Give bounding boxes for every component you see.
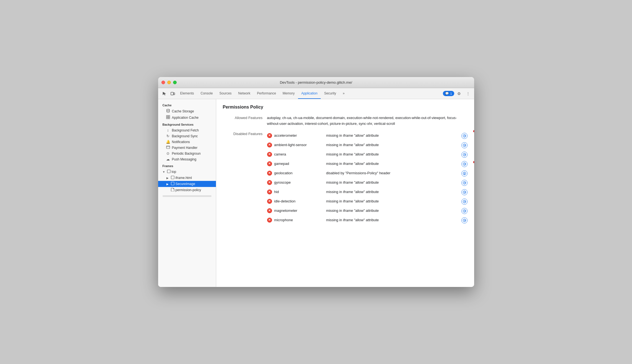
sidebar-item-background-sync[interactable]: ↻ Background Sync <box>158 133 216 139</box>
select-element-button[interactable] <box>160 89 169 98</box>
frame-page-icon <box>167 170 171 174</box>
frame-iframe-html-item[interactable]: ▶ iframe.html <box>158 175 216 181</box>
main-content: Permissions Policy Allowed Features auto… <box>216 99 474 287</box>
sidebar-item-cache-storage[interactable]: Cache Storage <box>158 108 216 114</box>
feature-reason-gyroscope: missing in iframe "allow" attribute <box>326 180 459 186</box>
disabled-features-label: Disabled Features <box>223 131 267 225</box>
svg-rect-9 <box>167 170 170 173</box>
titlebar: DevTools - permission-policy-demo.glitch… <box>158 77 474 88</box>
settings-button[interactable]: ⚙ <box>455 90 463 97</box>
feature-link-accelerometer[interactable] <box>461 133 468 139</box>
svg-rect-5 <box>166 117 168 119</box>
feature-link-gyroscope[interactable] <box>461 180 468 186</box>
feature-name-gamepad: gamepad <box>274 161 324 167</box>
issues-badge-button[interactable]: 💬 1 <box>443 91 454 96</box>
clock-icon: ⊙ <box>166 151 170 155</box>
svg-rect-3 <box>166 115 168 117</box>
cloud-icon: ☁ <box>166 157 170 161</box>
feature-reason-camera: missing in iframe "allow" attribute <box>326 152 459 157</box>
feature-reason-hid: missing in iframe "allow" attribute <box>326 189 459 195</box>
background-sync-label: Background Sync <box>172 134 198 138</box>
error-icon-ambient-light-sensor: ✕ <box>267 143 272 147</box>
frame-permission-policy-item[interactable]: ▶ permission-policy <box>158 187 216 193</box>
feature-reason-ambient-light-sensor: missing in iframe "allow" attribute <box>326 142 459 148</box>
allowed-features-label: Allowed Features <box>223 115 267 127</box>
feature-link-magnetometer[interactable] <box>461 208 468 214</box>
database-icon <box>166 109 170 114</box>
sidebar-item-notifications[interactable]: 🔔 Notifications <box>158 139 216 145</box>
tab-elements[interactable]: Elements <box>177 88 197 99</box>
tab-security[interactable]: Security <box>321 88 339 99</box>
frame-icon-selected <box>171 182 174 186</box>
tab-application[interactable]: Application <box>298 88 321 99</box>
close-button[interactable] <box>161 81 165 84</box>
tab-performance[interactable]: Performance <box>254 88 280 99</box>
sync-icon: ↻ <box>166 134 170 138</box>
minimize-button[interactable] <box>167 81 171 84</box>
feature-row-gyroscope: ✕ gyroscope missing in iframe "allow" at… <box>267 178 468 188</box>
allowed-features-value: autoplay, ch-ua, ch-ua-mobile, document-… <box>267 115 468 127</box>
sidebar-item-payment-handler[interactable]: Payment Handler <box>158 145 216 151</box>
svg-rect-10 <box>171 176 174 179</box>
sidebar-item-periodic-background[interactable]: ⊙ Periodic Backgroun <box>158 151 216 156</box>
tab-sources[interactable]: Sources <box>216 88 235 99</box>
feature-link-camera[interactable] <box>461 152 468 158</box>
feature-link-geolocation[interactable] <box>461 170 468 176</box>
feature-name-idle-detection: idle-detection <box>274 199 324 204</box>
secure-image-label: SecureImage <box>176 182 195 186</box>
error-icon-microphone: ✕ <box>267 218 272 223</box>
sidebar-item-push-messaging[interactable]: ☁ Push Messaging <box>158 156 216 162</box>
feature-reason-gamepad: missing in iframe "allow" attribute <box>326 161 459 167</box>
payment-handler-label: Payment Handler <box>172 146 198 150</box>
chevron-right-icon-selected: ▶ <box>166 183 170 186</box>
cache-section-label: Cache <box>158 101 216 108</box>
disabled-features-row: Disabled Features ✕ accelerometer missin… <box>223 131 468 225</box>
error-icon-camera: ✕ <box>267 152 272 157</box>
tab-console[interactable]: Console <box>197 88 216 99</box>
permission-policy-label: permission-policy <box>176 188 201 192</box>
tab-more[interactable]: » <box>339 88 348 99</box>
tab-memory[interactable]: Memory <box>279 88 298 99</box>
maximize-button[interactable] <box>173 81 177 84</box>
feature-name-gyroscope: gyroscope <box>274 180 324 186</box>
page-title: Permissions Policy <box>223 105 468 110</box>
device-toggle-button[interactable] <box>169 89 177 98</box>
payment-icon <box>166 146 170 150</box>
feature-name-accelerometer: accelerometer <box>274 133 324 139</box>
feature-reason-geolocation: disabled by "Permissions-Policy" header <box>326 170 459 176</box>
svg-rect-11 <box>171 182 174 185</box>
traffic-lights <box>161 81 177 84</box>
feature-name-ambient-light-sensor: ambient-light-sensor <box>274 142 324 148</box>
frames-section-label: Frames <box>158 162 216 169</box>
feature-row-geolocation: ✕ geolocation disabled by "Permissions-P… <box>267 169 468 178</box>
frame-secure-image-item[interactable]: ▶ SecureImage <box>158 181 216 187</box>
tab-network[interactable]: Network <box>235 88 254 99</box>
periodic-background-label: Periodic Backgroun <box>172 152 201 155</box>
feature-link-ambient-light-sensor[interactable] <box>461 142 468 148</box>
application-cache-label: Application Cache <box>172 116 199 120</box>
frame-top-label: top <box>172 170 176 174</box>
feature-reason-microphone: missing in iframe "allow" attribute <box>326 217 459 223</box>
file-icon <box>171 176 174 180</box>
svg-rect-1 <box>174 93 175 95</box>
chevron-right-icon: ▶ <box>166 176 170 180</box>
frame-top-item[interactable]: ▼ top <box>158 169 216 175</box>
feature-link-gamepad[interactable] <box>461 161 468 167</box>
feature-reason-accelerometer: missing in iframe "allow" attribute <box>326 133 459 139</box>
feature-name-hid: hid <box>274 189 324 195</box>
feature-row-idle-detection: ✕ idle-detection missing in iframe "allo… <box>267 197 468 206</box>
fetch-icon: ↕ <box>166 128 170 132</box>
error-icon-gamepad: ✕ <box>267 161 272 166</box>
feature-link-hid[interactable] <box>461 189 468 195</box>
feature-name-camera: camera <box>274 152 324 157</box>
feature-link-microphone[interactable] <box>461 217 468 223</box>
feature-row-microphone: ✕ microphone missing in iframe "allow" a… <box>267 216 468 225</box>
cache-storage-label: Cache Storage <box>172 109 194 113</box>
sidebar-item-application-cache[interactable]: Application Cache <box>158 114 216 121</box>
sidebar-item-background-fetch[interactable]: ↕ Background Fetch <box>158 127 216 133</box>
more-options-button[interactable]: ⋮ <box>464 90 472 97</box>
feature-row-ambient-light-sensor: ✕ ambient-light-sensor missing in iframe… <box>267 141 468 150</box>
chevron-down-icon: ▼ <box>163 170 166 173</box>
svg-rect-0 <box>171 92 173 95</box>
feature-link-idle-detection[interactable] <box>461 199 468 205</box>
